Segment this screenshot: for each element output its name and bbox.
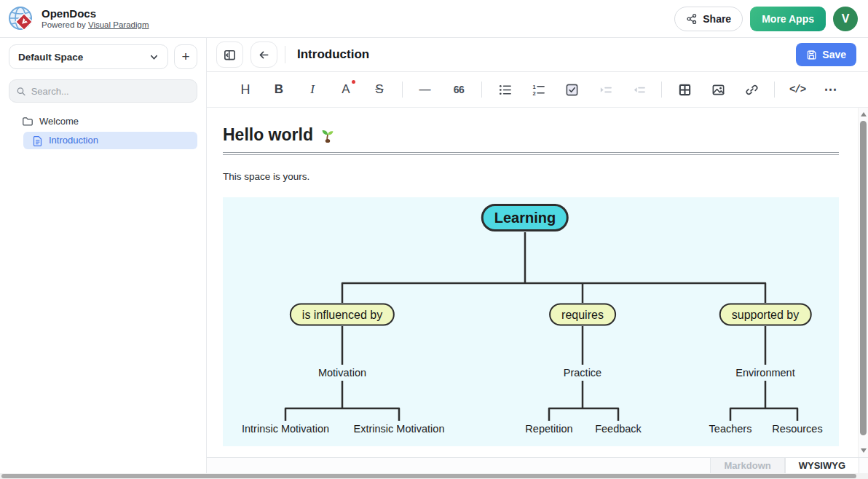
ordered-list-icon: 1 2 (532, 83, 545, 97)
italic-button[interactable]: I (296, 78, 329, 101)
diagram-node-relation[interactable]: requires (549, 304, 616, 326)
diagram-node-leaf[interactable]: Intrinsic Motivation (242, 423, 329, 435)
scroll-up-arrow-icon[interactable] (861, 112, 867, 116)
horizontal-scrollbar-thumb[interactable] (1, 474, 856, 478)
back-button[interactable] (250, 41, 277, 68)
save-button[interactable]: Save (796, 43, 856, 66)
header-divider (285, 46, 285, 63)
tree-item-label: Introduction (49, 132, 98, 149)
diagram-node-leaf[interactable]: Resources (772, 423, 822, 435)
text-color-button[interactable]: A (329, 78, 363, 101)
horizontal-scrollbar[interactable] (0, 473, 868, 479)
formatting-toolbar: H B I A S — 66 1 2 (207, 72, 868, 108)
sidebar-panel-icon (223, 48, 237, 62)
toolbar-divider (481, 82, 482, 98)
diagram-node-leaf[interactable]: Repetition (525, 423, 572, 435)
seedling-emoji (319, 127, 336, 144)
app-title: OpenDocs (42, 7, 149, 20)
app-subtitle: Powered by Visual Paradigm (42, 20, 149, 30)
top-app-bar: OpenDocs Powered by Visual Paradigm Shar… (0, 0, 868, 38)
diagram-node-root[interactable]: Learning (481, 204, 569, 231)
page-title: Introduction (297, 47, 789, 62)
sidebar: Default Space + Welcome (0, 38, 207, 479)
vertical-scrollbar-thumb[interactable] (860, 121, 867, 435)
table-icon (678, 83, 692, 97)
diagram-node-concept[interactable]: Practice (564, 367, 601, 379)
powered-by-text: Powered by (42, 20, 86, 29)
link-button[interactable] (735, 78, 768, 101)
scroll-down-arrow-icon[interactable] (861, 448, 867, 453)
diagram-node-concept[interactable]: Environment (735, 367, 794, 379)
toolbar-divider (661, 82, 662, 98)
share-button[interactable]: Share (674, 7, 743, 31)
svg-text:1: 1 (532, 83, 536, 90)
save-label: Save (822, 49, 846, 60)
user-avatar[interactable]: V (833, 7, 858, 31)
space-selector-value: Default Space (18, 52, 83, 63)
tree-item-label: Welcome (39, 113, 79, 130)
document-header: Introduction Save (207, 38, 868, 72)
bullet-list-icon (498, 83, 512, 97)
outdent-button[interactable] (622, 78, 655, 101)
image-button[interactable] (701, 78, 735, 101)
toolbar-divider (774, 82, 775, 98)
document-paragraph: This space is yours. (223, 171, 858, 182)
share-icon (686, 13, 698, 25)
table-button[interactable] (668, 78, 701, 101)
horizontal-rule-button[interactable]: — (409, 78, 442, 101)
strikethrough-button[interactable]: S (363, 78, 396, 101)
outdent-icon (632, 83, 646, 97)
save-icon (806, 50, 817, 60)
more-apps-button[interactable]: More Apps (750, 7, 826, 31)
sidebar-item-introduction[interactable]: Introduction (23, 132, 197, 149)
search-box[interactable] (9, 79, 197, 103)
space-selector[interactable]: Default Space (9, 44, 168, 69)
concept-map-diagram[interactable]: Learning is influenced by requires suppo… (223, 197, 839, 446)
search-input[interactable] (31, 86, 190, 97)
diagram-node-relation[interactable]: supported by (719, 304, 812, 326)
tab-wysiwyg[interactable]: WYSIWYG (785, 458, 859, 474)
document-icon (32, 135, 43, 146)
editor-mode-bar: Markdown WYSIWYG (207, 457, 868, 473)
diagram-node-leaf[interactable]: Teachers (709, 423, 752, 435)
document-heading: Hello world (223, 125, 839, 145)
indent-button[interactable] (588, 78, 622, 101)
page-tree: Welcome Introduction (0, 103, 206, 149)
search-icon (16, 86, 26, 97)
visual-paradigm-link[interactable]: Visual Paradigm (88, 20, 149, 29)
vertical-scrollbar[interactable] (858, 108, 868, 457)
heading-button[interactable]: H (229, 78, 262, 101)
bold-button[interactable]: B (262, 78, 296, 101)
link-icon (745, 83, 759, 97)
editor-canvas[interactable]: Hello world This space is yours. (207, 108, 858, 457)
tab-markdown[interactable]: Markdown (710, 458, 784, 474)
heading-text: Hello world (223, 125, 313, 145)
folder-icon (22, 116, 33, 127)
svg-text:2: 2 (532, 90, 535, 96)
diagram-node-relation[interactable]: is influenced by (290, 304, 395, 326)
task-list-button[interactable] (555, 78, 588, 101)
diagram-node-leaf[interactable]: Extrinsic Motivation (354, 423, 445, 435)
brand: OpenDocs Powered by Visual Paradigm (7, 5, 149, 33)
main-panel: Introduction Save H B I A S — 66 (207, 38, 868, 479)
toggle-sidebar-button[interactable] (216, 41, 243, 68)
bullet-list-button[interactable] (488, 78, 521, 101)
ordered-list-button[interactable]: 1 2 (521, 78, 555, 101)
task-list-icon (565, 83, 579, 97)
image-icon (711, 83, 725, 97)
diagram-node-leaf[interactable]: Feedback (595, 423, 642, 435)
add-space-button[interactable]: + (174, 44, 197, 69)
text-color-icon: A (342, 82, 350, 97)
toolbar-divider (402, 82, 403, 98)
diagram-node-concept[interactable]: Motivation (318, 367, 366, 379)
back-arrow-icon (258, 49, 270, 61)
sidebar-item-welcome[interactable]: Welcome (9, 113, 197, 130)
more-options-button[interactable]: ⋯ (814, 78, 848, 101)
chevron-down-icon (149, 52, 159, 62)
heading-rule (223, 152, 839, 155)
share-label: Share (703, 13, 731, 25)
app-logo-icon (7, 5, 35, 33)
indent-icon (599, 83, 612, 97)
code-button[interactable]: </> (781, 78, 814, 101)
blockquote-button[interactable]: 66 (442, 78, 476, 101)
